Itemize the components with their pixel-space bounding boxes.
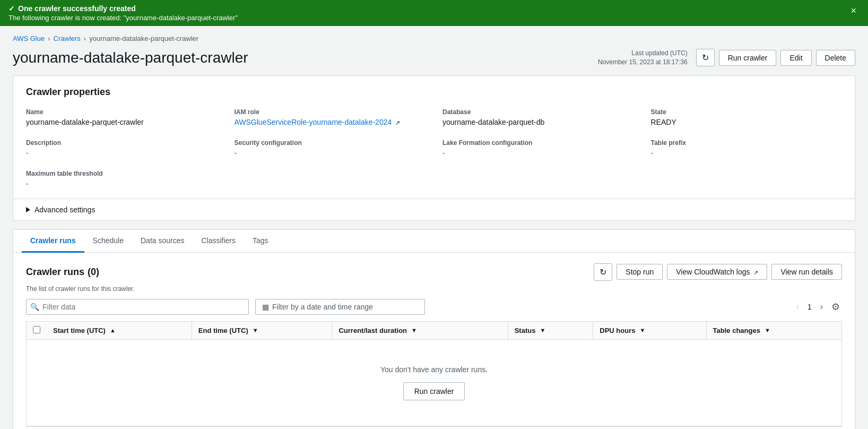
tabs-container: Crawler runs Schedule Data sources Class…: [13, 229, 855, 429]
prop-table-prefix: Table prefix -: [651, 139, 843, 157]
tab-tags[interactable]: Tags: [244, 230, 277, 253]
external-link-icon: ↗: [395, 119, 400, 126]
prop-security-config: Security configuration -: [235, 139, 426, 157]
prop-lake-formation: Lake Formation configuration -: [442, 139, 634, 157]
col-dpu-hours[interactable]: DPU hours ▼: [593, 322, 706, 340]
crawler-properties-card: Crawler properties Name yourname-datalak…: [13, 75, 855, 221]
check-icon: ✓: [8, 4, 15, 13]
crawler-properties-title: Crawler properties: [26, 87, 842, 98]
pagination: ‹ 1 › ⚙: [792, 299, 842, 315]
close-banner-button[interactable]: ×: [847, 4, 860, 18]
date-filter-label: Filter by a date and time range: [272, 303, 373, 311]
banner-subtitle: The following crawler is now created: "y…: [8, 14, 238, 22]
view-cloudwatch-button[interactable]: View CloudWatch logs ↗: [667, 264, 767, 280]
runs-actions: ↻ Stop run View CloudWatch logs ↗ View r…: [594, 263, 842, 281]
prev-page-button[interactable]: ‹: [792, 300, 803, 314]
table-settings-icon[interactable]: ⚙: [829, 299, 842, 315]
iam-role-link[interactable]: AWSGlueServiceRole-yourname-datalake-202…: [235, 118, 392, 126]
runs-refresh-icon: ↻: [600, 267, 606, 277]
filter-input-wrap: 🔍: [26, 299, 249, 315]
success-banner: ✓ One crawler successfully created The f…: [0, 0, 868, 26]
col-status[interactable]: Status ▼: [508, 322, 593, 340]
runs-count: (0): [88, 267, 99, 278]
breadcrumb-crawlers[interactable]: Crawlers: [54, 35, 81, 42]
sort-icon-dpu: ▼: [639, 327, 645, 333]
runs-refresh-button[interactable]: ↻: [594, 263, 612, 281]
select-all-checkbox[interactable]: [33, 326, 40, 333]
banner-title: ✓ One crawler successfully created: [8, 4, 238, 13]
filter-row: 🔍 ▦ Filter by a date and time range ‹ 1 …: [26, 299, 842, 315]
crawler-runs-table: Start time (UTC) ▲ End time (UTC) ▼: [26, 321, 842, 427]
col-table-changes[interactable]: Table changes ▼: [706, 322, 841, 340]
delete-button[interactable]: Delete: [816, 50, 855, 66]
runs-header: Crawler runs (0) ↻ Stop run View CloudWa…: [26, 263, 842, 281]
advanced-settings-toggle[interactable]: Advanced settings: [13, 199, 855, 220]
empty-run-crawler-button[interactable]: Run crawler: [403, 382, 465, 400]
tab-data-sources[interactable]: Data sources: [132, 230, 193, 253]
advanced-settings-label: Advanced settings: [34, 205, 95, 214]
empty-state: You don't have any crawler runs. Run cra…: [33, 344, 835, 422]
sort-icon-table-changes: ▼: [765, 327, 770, 333]
col-checkbox: [27, 322, 47, 340]
col-start-time[interactable]: Start time (UTC) ▲: [47, 322, 192, 340]
table-header-row: Start time (UTC) ▲ End time (UTC) ▼: [27, 322, 841, 340]
prop-iam-role: IAM role AWSGlueServiceRole-yourname-dat…: [235, 108, 426, 126]
stop-run-button[interactable]: Stop run: [617, 264, 663, 280]
next-page-button[interactable]: ›: [816, 300, 827, 314]
col-end-time[interactable]: End time (UTC) ▼: [192, 322, 332, 340]
tab-schedule[interactable]: Schedule: [84, 230, 132, 253]
col-duration[interactable]: Current/last duration ▼: [332, 322, 508, 340]
page-number: 1: [805, 303, 814, 311]
filter-input[interactable]: [26, 299, 249, 315]
breadcrumb-aws-glue[interactable]: AWS Glue: [13, 35, 45, 42]
edit-button[interactable]: Edit: [780, 50, 811, 66]
prop-state: State READY: [651, 108, 843, 126]
date-filter-button[interactable]: ▦ Filter by a date and time range: [255, 299, 425, 315]
refresh-icon: ↻: [702, 53, 709, 63]
prop-max-table-threshold: Maximum table threshold -: [26, 170, 218, 188]
prop-database: Database yourname-datalake-parquet-db: [442, 108, 634, 126]
empty-message: You don't have any crawler runs.: [44, 365, 824, 374]
breadcrumb: AWS Glue › Crawlers › yourname-datalake-…: [13, 35, 855, 42]
chevron-right-icon: [26, 207, 30, 212]
last-updated: Last updated (UTC) November 15, 2023 at …: [598, 49, 688, 67]
search-icon: 🔍: [30, 303, 39, 311]
runs-subtitle: The list of crawler runs for this crawle…: [26, 285, 842, 293]
data-table: Start time (UTC) ▲ End time (UTC) ▼: [27, 322, 841, 426]
properties-grid: Name yourname-datalake-parquet-crawler I…: [26, 108, 842, 188]
sort-icon-duration: ▼: [411, 327, 417, 333]
refresh-button[interactable]: ↻: [696, 49, 715, 66]
sort-icon-end: ▼: [253, 327, 258, 333]
breadcrumb-current: yourname-datalake-parquet-crawler: [89, 35, 198, 42]
tab-content-crawler-runs: Crawler runs (0) ↻ Stop run View CloudWa…: [13, 253, 855, 429]
view-run-details-button[interactable]: View run details: [771, 264, 842, 280]
tab-classifiers[interactable]: Classifiers: [193, 230, 244, 253]
run-crawler-button[interactable]: Run crawler: [719, 50, 777, 66]
tab-list: Crawler runs Schedule Data sources Class…: [13, 230, 855, 253]
prop-description: Description -: [26, 139, 218, 157]
tab-crawler-runs[interactable]: Crawler runs: [22, 230, 84, 253]
page-header: yourname-datalake-parquet-crawler Last u…: [13, 49, 855, 67]
prop-name: Name yourname-datalake-parquet-crawler: [26, 108, 218, 126]
empty-state-row: You don't have any crawler runs. Run cra…: [27, 339, 841, 426]
header-actions: Last updated (UTC) November 15, 2023 at …: [598, 49, 855, 67]
page-title: yourname-datalake-parquet-crawler: [13, 49, 248, 66]
calendar-icon: ▦: [262, 303, 269, 311]
external-link-icon-2: ↗: [753, 269, 758, 276]
sort-icon-status: ▼: [540, 327, 545, 333]
sort-icon-start: ▲: [110, 327, 116, 333]
runs-title: Crawler runs: [26, 267, 84, 278]
